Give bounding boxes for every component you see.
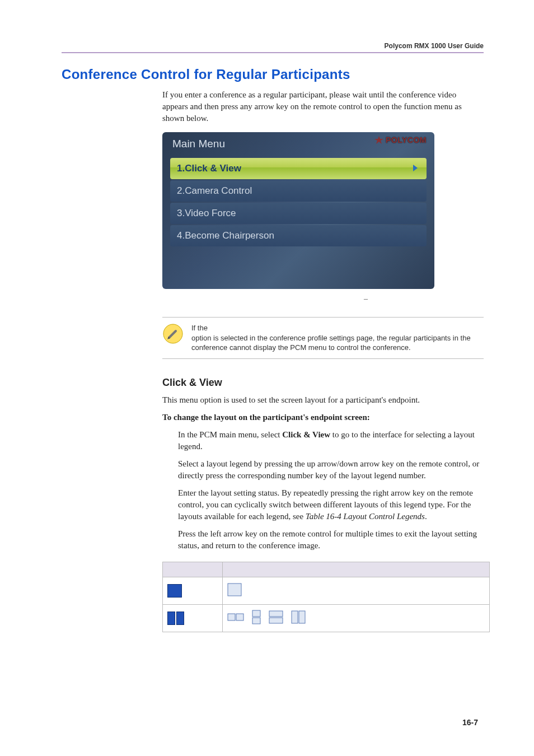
svg-rect-8 [252,618,260,624]
section-title: Conference Control for Regular Participa… [62,67,484,82]
polycom-logo-icon [374,136,383,144]
layout-1x1-icon [227,590,242,598]
svg-marker-1 [413,165,418,171]
table-header-legend [163,562,223,577]
layout-2stack-h-icon [269,610,283,626]
step-1: In the PCM main menu, select Click & Vie… [178,429,484,452]
menu-item-become-chairperson[interactable]: 4.Become Chairperson [170,225,427,246]
step-2: Select a layout legend by pressing the u… [178,458,484,482]
layout-2v-icon [252,610,261,626]
svg-rect-7 [252,610,260,617]
svg-marker-0 [374,136,383,144]
svg-rect-9 [269,611,283,617]
layout-legends-table [162,562,490,632]
svg-rect-4 [228,584,241,596]
step-4: Press the left arrow key on the remote c… [178,528,484,552]
table-row [163,577,490,604]
section-intro: If you enter a conference as a regular p… [162,89,484,124]
layout-2stack-v-icon [291,610,306,626]
figure-dash: – [364,295,484,304]
step-3: Enter the layout setting status. By repe… [178,487,484,522]
subsection-title: Click & View [162,377,484,389]
step-list: In the PCM main menu, select Click & Vie… [178,429,484,552]
menu-item-camera-control[interactable]: 2.Camera Control [170,180,427,202]
menu-item-video-force[interactable]: 3.Video Force [170,203,427,224]
svg-rect-10 [269,618,283,623]
legend-2-pane-icon [167,612,218,625]
svg-rect-12 [299,611,305,623]
subsection-lead: This menu option is used to set the scre… [162,394,484,406]
table-row [163,604,490,632]
page-number: 16-7 [462,718,478,727]
page-header-title: Polycom RMX 1000 User Guide [62,42,484,50]
main-menu-label: Main Menu [172,138,225,150]
note-box: If the option is selected in the confere… [162,317,484,359]
note-text: If the option is selected in the confere… [191,323,480,353]
svg-rect-5 [228,614,235,620]
svg-rect-11 [292,611,298,623]
layout-2h-icon [227,611,244,625]
polycom-logo: POLYCOM [374,136,427,144]
header-rule [62,52,484,53]
legend-1-pane-icon [167,584,218,598]
device-main-menu-screenshot: Main Menu POLYCOM 1.Click & View 2.Camer… [162,132,434,289]
menu-item-click-view[interactable]: 1.Click & View [170,158,427,179]
instruction-heading: To change the layout on the participant'… [162,412,484,423]
svg-rect-6 [236,614,243,620]
table-header-layouts [223,562,490,577]
chevron-right-icon [412,158,419,179]
note-icon [162,323,184,344]
